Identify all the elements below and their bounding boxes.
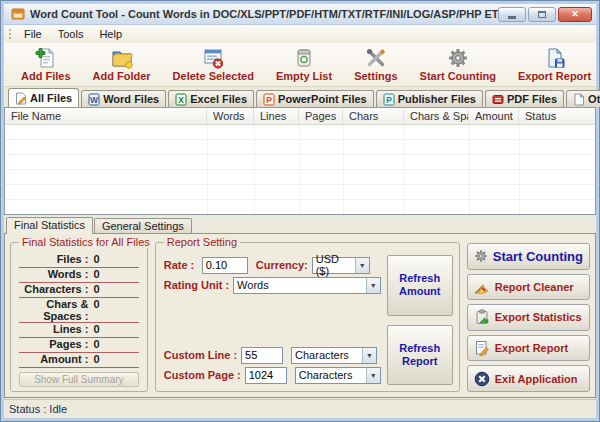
- stat-row-files: Files : 0: [19, 253, 139, 268]
- delete-selected-button[interactable]: Delete Selected: [164, 43, 263, 86]
- bottom-tab-strip: Final Statistics General Settings: [4, 217, 596, 234]
- column-pages[interactable]: Pages: [299, 108, 343, 124]
- tab-final-statistics[interactable]: Final Statistics: [6, 217, 93, 234]
- close-button[interactable]: ✕: [558, 7, 592, 22]
- stat-value: 0: [93, 283, 99, 295]
- custom-page-unit-value: Characters: [299, 369, 353, 381]
- report-setting-groupbox: Report Setting Rate : Currency: USD ($) …: [155, 242, 460, 392]
- menu-help[interactable]: Help: [91, 26, 130, 42]
- refresh-report-button[interactable]: Refresh Report: [387, 325, 453, 386]
- custom-line-label: Custom Line :: [164, 349, 237, 361]
- tab-other-files-label: Other Files: [588, 93, 600, 105]
- export-report-toolbar-button[interactable]: Export Report: [509, 43, 600, 86]
- show-full-summary-button[interactable]: Show Full Summary: [19, 372, 139, 387]
- stat-value: 0: [93, 268, 99, 280]
- menu-bar: File Tools Help: [4, 25, 596, 43]
- add-folder-button[interactable]: Add Folder: [84, 43, 160, 86]
- tab-powerpoint-files-label: PowerPoint Files: [278, 93, 367, 105]
- rating-unit-select[interactable]: Words ▼: [233, 277, 381, 294]
- excel-files-icon: X: [175, 93, 187, 106]
- rating-unit-row: Rating Unit : Words ▼: [164, 275, 381, 295]
- delete-selected-label: Delete Selected: [173, 70, 254, 82]
- column-status[interactable]: Status: [519, 108, 595, 124]
- stat-label: Pages :: [19, 338, 88, 350]
- minimize-button[interactable]: [498, 7, 526, 22]
- custom-line-row: Custom Line : Characters ▼: [164, 345, 381, 365]
- rate-label: Rate :: [164, 259, 198, 271]
- tab-publisher-files[interactable]: P Publisher Files: [376, 90, 483, 107]
- stat-row-amount: Amount : 0: [19, 353, 139, 368]
- pdf-files-icon: [492, 93, 504, 106]
- custom-page-row: Custom Page : Characters ▼: [164, 365, 381, 385]
- tab-all-files[interactable]: All Files: [8, 88, 79, 107]
- stat-label: Amount :: [19, 353, 88, 365]
- broom-icon: [474, 279, 490, 295]
- add-files-icon: [35, 47, 57, 69]
- stat-value: 0: [93, 298, 99, 310]
- empty-list-label: Empty List: [276, 70, 332, 82]
- currency-select[interactable]: USD ($) ▼: [312, 257, 370, 274]
- rate-input[interactable]: [202, 257, 248, 274]
- delete-selected-icon: [202, 47, 224, 69]
- column-chars[interactable]: Chars: [343, 108, 404, 124]
- gear-icon: [447, 47, 469, 69]
- tab-excel-files-label: Excel Files: [190, 93, 247, 105]
- stat-label: Words :: [19, 268, 88, 280]
- maximize-button[interactable]: [528, 7, 556, 22]
- minimize-icon: [508, 16, 516, 19]
- column-amount[interactable]: Amount: [469, 108, 519, 124]
- menu-file[interactable]: File: [16, 26, 50, 42]
- start-counting-toolbar-button[interactable]: Start Counting: [411, 43, 505, 86]
- stat-row-lines: Lines : 0: [19, 323, 139, 338]
- start-counting-button[interactable]: Start Counting: [467, 243, 590, 270]
- app-window: Word Count Tool - Count Words in DOC/XLS…: [0, 0, 600, 422]
- start-counting-toolbar-label: Start Counting: [420, 70, 496, 82]
- tab-pdf-files[interactable]: PDF Files: [485, 90, 564, 107]
- column-words[interactable]: Words: [207, 108, 254, 124]
- rating-unit-value: Words: [237, 279, 269, 291]
- export-report-button[interactable]: Export Report: [467, 335, 590, 362]
- tab-powerpoint-files[interactable]: P PowerPoint Files: [256, 90, 374, 107]
- report-cleaner-button[interactable]: Report Cleaner: [467, 274, 590, 301]
- custom-line-unit-select[interactable]: Characters ▼: [291, 347, 377, 364]
- file-tab-strip: All Files W Word Files X Excel Files P P…: [4, 88, 596, 107]
- custom-page-input[interactable]: [245, 367, 287, 384]
- custom-line-input[interactable]: [241, 347, 283, 364]
- file-table: File Name Words Lines Pages Chars Chars …: [4, 107, 596, 215]
- menu-tools[interactable]: Tools: [50, 26, 92, 42]
- stat-label: Lines :: [19, 323, 88, 335]
- stat-row-pages: Pages : 0: [19, 338, 139, 353]
- final-statistics-title: Final Statistics for All Files: [19, 236, 153, 248]
- export-statistics-icon: [474, 309, 490, 325]
- export-report-icon: [544, 47, 566, 69]
- tab-other-files[interactable]: Other Files: [566, 90, 600, 107]
- empty-list-icon: [293, 47, 315, 69]
- all-files-icon: [15, 92, 27, 105]
- status-text: Status : Idle: [9, 403, 67, 415]
- stat-value: 0: [93, 323, 99, 335]
- stat-label: Characters :: [19, 283, 88, 295]
- chevron-down-icon: ▼: [366, 368, 380, 383]
- menu-gripper: [8, 28, 12, 40]
- column-lines[interactable]: Lines: [254, 108, 299, 124]
- export-report-toolbar-label: Export Report: [518, 70, 591, 82]
- toolbar: Add Files Add Folder Delete Selected: [4, 43, 596, 87]
- tab-word-files[interactable]: W Word Files: [81, 90, 166, 107]
- export-statistics-button[interactable]: Export Statistics: [467, 304, 590, 331]
- exit-application-button[interactable]: Exit Application: [467, 365, 590, 392]
- settings-button[interactable]: Settings: [345, 43, 406, 86]
- powerpoint-files-icon: P: [263, 93, 275, 106]
- column-file-name[interactable]: File Name: [5, 108, 207, 124]
- column-chars-spaces[interactable]: Chars & Spaces: [404, 108, 469, 124]
- file-table-header: File Name Words Lines Pages Chars Chars …: [5, 108, 595, 125]
- add-files-button[interactable]: Add Files: [12, 43, 80, 86]
- empty-list-button[interactable]: Empty List: [267, 43, 341, 86]
- refresh-amount-button[interactable]: Refresh Amount: [387, 255, 453, 316]
- tab-excel-files[interactable]: X Excel Files: [168, 90, 254, 107]
- tab-publisher-files-label: Publisher Files: [398, 93, 476, 105]
- tab-general-settings[interactable]: General Settings: [94, 218, 192, 234]
- action-buttons: Start Counting Report Cleaner: [467, 242, 590, 392]
- settings-icon: [365, 47, 387, 69]
- maximize-icon: [538, 11, 546, 18]
- custom-page-unit-select[interactable]: Characters ▼: [295, 367, 381, 384]
